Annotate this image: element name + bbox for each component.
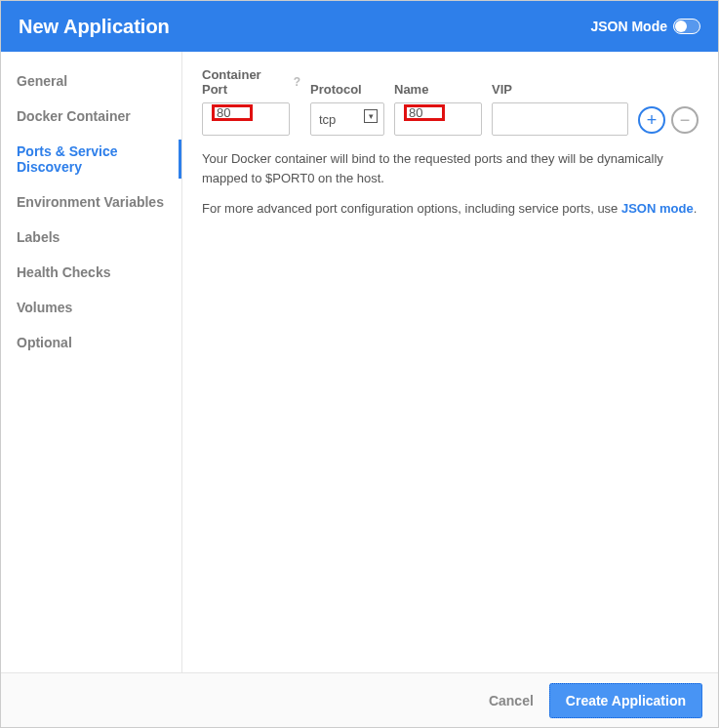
hint-line-2: For more advanced port configuration opt… xyxy=(202,199,699,219)
hint-line-2-prefix: For more advanced port configuration opt… xyxy=(202,201,621,216)
sidebar-item-volumes[interactable]: Volumes xyxy=(1,290,181,325)
name-input[interactable]: 80 xyxy=(394,102,482,136)
container-port-field: Container Port ? 80 xyxy=(202,67,300,136)
help-icon[interactable]: ? xyxy=(294,75,300,89)
sidebar-item-environment-variables[interactable]: Environment Variables xyxy=(1,184,181,220)
dialog-header: New Application JSON Mode xyxy=(1,1,718,52)
container-port-input[interactable]: 80 xyxy=(202,102,290,136)
protocol-label: Protocol xyxy=(310,82,384,97)
hint-line-2-suffix: . xyxy=(694,201,698,216)
json-mode-link[interactable]: JSON mode xyxy=(621,201,694,216)
sidebar-item-health-checks[interactable]: Health Checks xyxy=(1,255,181,290)
name-field: Name 80 xyxy=(394,82,482,136)
sidebar-item-labels[interactable]: Labels xyxy=(1,220,181,255)
vip-label: VIP xyxy=(492,82,628,97)
sidebar-item-docker-container[interactable]: Docker Container xyxy=(1,99,181,134)
json-mode-label: JSON Mode xyxy=(590,19,667,34)
toggle-switch[interactable] xyxy=(673,19,700,34)
chevron-down-icon: ▾ xyxy=(364,109,378,123)
dialog-body: General Docker Container Ports & Service… xyxy=(1,52,718,672)
container-port-label-text: Container Port xyxy=(202,67,290,97)
remove-row-button[interactable]: − xyxy=(671,106,699,134)
main-panel: Container Port ? 80 Protocol tcp ▾ Nam xyxy=(182,52,718,672)
protocol-select[interactable]: tcp ▾ xyxy=(310,102,384,136)
protocol-field: Protocol tcp ▾ xyxy=(310,82,384,136)
create-application-button[interactable]: Create Application xyxy=(549,683,702,718)
dialog-footer: Cancel Create Application xyxy=(1,672,718,727)
plus-icon: + xyxy=(647,111,658,129)
json-mode-toggle[interactable]: JSON Mode xyxy=(590,19,700,34)
sidebar-item-general[interactable]: General xyxy=(1,63,181,99)
container-port-label: Container Port ? xyxy=(202,67,300,97)
name-label: Name xyxy=(394,82,482,97)
port-row: Container Port ? 80 Protocol tcp ▾ Nam xyxy=(202,67,699,136)
vip-field: VIP xyxy=(492,82,628,136)
vip-input[interactable] xyxy=(492,102,628,136)
row-actions: + − xyxy=(638,106,699,136)
new-application-dialog: New Application JSON Mode General Docker… xyxy=(1,1,718,727)
protocol-value: tcp xyxy=(319,112,336,127)
add-row-button[interactable]: + xyxy=(638,106,665,134)
minus-icon: − xyxy=(680,111,691,129)
name-value: 80 xyxy=(403,103,446,122)
sidebar-item-optional[interactable]: Optional xyxy=(1,325,181,360)
hint-line-1: Your Docker container will bind to the r… xyxy=(202,149,699,187)
toggle-knob xyxy=(675,20,687,32)
cancel-button[interactable]: Cancel xyxy=(489,693,534,708)
container-port-value: 80 xyxy=(211,103,254,122)
sidebar: General Docker Container Ports & Service… xyxy=(1,52,182,672)
dialog-title: New Application xyxy=(19,16,170,38)
sidebar-item-ports-service-discovery[interactable]: Ports & Service Discovery xyxy=(1,134,181,184)
